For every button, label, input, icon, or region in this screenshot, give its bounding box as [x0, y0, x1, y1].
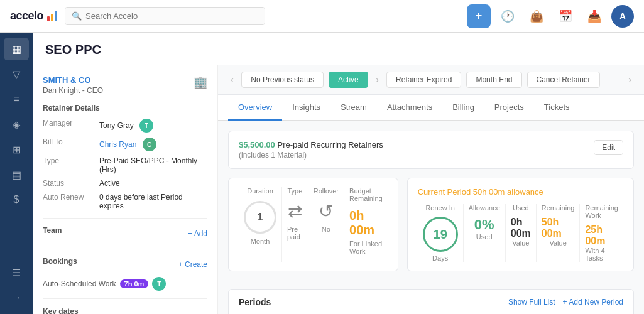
remaining-work-label: With 4 Tasks — [585, 247, 618, 262]
tab-insights[interactable]: Insights — [282, 95, 330, 121]
renew-in-header: Renew In — [425, 204, 454, 212]
logo-bars — [47, 11, 57, 21]
add-button[interactable]: + — [467, 4, 491, 28]
company-header: SMITH & CO Dan Knight - CEO 🏢 — [43, 75, 207, 95]
detail-status: Status Active — [43, 179, 207, 188]
active-status[interactable]: Active — [329, 72, 368, 88]
sidebar-item-list[interactable]: ≡ — [4, 88, 29, 111]
page-header: SEO PPC — [33, 33, 644, 65]
periods-header: Periods Show Full List + Add New Period — [229, 290, 633, 314]
bag-icon: 👜 — [530, 9, 543, 23]
status-next-small[interactable]: › — [373, 74, 381, 85]
tab-projects[interactable]: Projects — [484, 95, 534, 121]
tab-overview[interactable]: Overview — [228, 95, 282, 121]
used-header: Used — [513, 204, 529, 212]
sidebar-item-billing[interactable]: $ — [4, 188, 29, 211]
inbox-button[interactable]: 📥 — [582, 4, 606, 28]
status-value: Active — [99, 179, 207, 188]
retainer-summary: $5,500.00 Pre-paid Recurring Retainers (… — [228, 131, 634, 169]
inbox-icon: 📥 — [587, 9, 601, 23]
periods-section: Periods Show Full List + Add New Period … — [228, 289, 634, 314]
metric-duration: Duration 1 Month — [239, 187, 282, 262]
month-end-status[interactable]: Month End — [466, 72, 521, 88]
retainer-details-title: Retainer Details — [43, 104, 207, 112]
sidebar-item-reports[interactable]: ☰ — [4, 261, 29, 284]
key-dates-section: Key dates 23 CREATED — [43, 306, 207, 314]
bookings-section: Bookings + Create Auto-Scheduled Work 7h… — [43, 257, 207, 291]
sidebar-item-tags[interactable]: ◈ — [4, 113, 29, 136]
remaining-label: Value — [549, 239, 566, 247]
tab-tickets[interactable]: Tickets — [534, 95, 580, 121]
bag-button[interactable]: 👜 — [525, 4, 548, 28]
create-booking-link[interactable]: + Create — [178, 260, 207, 269]
remaining-col: Remaining 50h 00m Value — [537, 204, 581, 262]
duration-circle: 1 — [244, 201, 276, 234]
add-team-link[interactable]: + Add — [188, 229, 207, 238]
allowance-header: Allowance — [469, 204, 500, 212]
sidebar-item-filter[interactable]: ▽ — [4, 63, 29, 85]
status-prev[interactable]: ‹ — [228, 74, 236, 85]
sidebar-item-calendar[interactable]: ⊞ — [4, 138, 29, 161]
auto-scheduled-row: Auto-Scheduled Work 7h 0m T — [43, 277, 207, 291]
search-box[interactable]: 🔍 — [65, 7, 265, 25]
sidebar-item-dashboard[interactable]: ▦ — [4, 38, 29, 60]
left-sidebar: ▦ ▽ ≡ ◈ ⊞ ▤ $ ☰ → — [0, 33, 33, 314]
used-value: 0h 00m — [511, 217, 531, 239]
company-name[interactable]: SMITH & CO — [43, 75, 103, 85]
rollover-icon: ↺ — [319, 201, 333, 222]
calendar-icon: 📅 — [559, 9, 572, 23]
retainer-amount: $5,500.00 — [239, 140, 275, 149]
prepaid-icon: ⇄ — [288, 201, 302, 222]
team-section: Team + Add — [43, 226, 207, 241]
user-avatar[interactable]: A — [611, 5, 634, 28]
search-input[interactable] — [85, 11, 258, 21]
type-label: Type — [43, 156, 99, 174]
status-label: Status — [43, 179, 99, 188]
clock-button[interactable]: 🕐 — [496, 4, 520, 28]
retainer-sub: (includes 1 Material) — [239, 151, 383, 160]
used-label: Value — [512, 239, 529, 247]
type-header: Type — [287, 187, 302, 195]
tab-billing[interactable]: Billing — [442, 95, 484, 121]
renew-circle: 19 — [423, 217, 458, 252]
metric-type: Type ⇄ Pre-paid — [282, 187, 308, 262]
status-next[interactable]: › — [626, 74, 634, 85]
remaining-work-col: Remaining Work 25h 00m With 4 Tasks — [580, 204, 623, 262]
allowance-label: Used — [476, 233, 493, 241]
plus-icon: + — [476, 9, 483, 23]
sidebar-item-forward[interactable]: → — [4, 286, 29, 309]
bookings-label: Bookings — [43, 257, 77, 266]
duration-label: Month — [251, 237, 270, 245]
tab-stream[interactable]: Stream — [330, 95, 377, 121]
detail-bill-to: Bill To Chris Ryan C — [43, 138, 207, 151]
add-new-period[interactable]: + Add New Period — [563, 298, 623, 306]
retainer-expired-status[interactable]: Retainer Expired — [386, 72, 461, 88]
renew-in-col: Renew In 19 Days — [418, 204, 464, 262]
metrics-row: Duration 1 Month Type ⇄ Pre-paid — [228, 178, 634, 280]
edit-button[interactable]: Edit — [594, 140, 623, 155]
no-previous-status[interactable]: No Previous status — [241, 72, 324, 88]
detail-auto-renew: Auto Renew 0 days before last Period exp… — [43, 193, 207, 210]
type-value: Pre-Paid SEO/PPC - Monthly (Hrs) — [99, 156, 207, 174]
left-panel: SMITH & CO Dan Knight - CEO 🏢 Retainer D… — [33, 65, 218, 314]
tabs: Overview Insights Stream Attachments Bil… — [218, 95, 644, 121]
manager-value: Tony Gray T — [99, 119, 207, 133]
nav-icons: + 🕐 👜 📅 📥 A — [467, 4, 634, 28]
renew-label: Days — [432, 254, 448, 262]
sidebar-item-screen[interactable]: ▤ — [4, 163, 29, 186]
overview-content: $5,500.00 Pre-paid Recurring Retainers (… — [218, 121, 644, 314]
budget-header: Budget Remaining — [349, 187, 383, 202]
team-avatar: T — [152, 277, 166, 291]
duration-metrics: Duration 1 Month Type ⇄ Pre-paid — [228, 178, 398, 271]
cancel-retainer-status[interactable]: Cancel Retainer — [527, 72, 600, 88]
top-nav: accelo 🔍 + 🕐 👜 📅 📥 A — [0, 0, 644, 33]
main-area: SEO PPC SMITH & CO Dan Knight - CEO 🏢 Re… — [33, 33, 644, 314]
budget-label: For Linked Work — [349, 240, 383, 255]
bill-to-label: Bill To — [43, 138, 99, 151]
team-label: Team — [43, 226, 62, 235]
tab-attachments[interactable]: Attachments — [377, 95, 442, 121]
show-full-list[interactable]: Show Full List — [508, 298, 555, 306]
calendar-button[interactable]: 📅 — [554, 4, 577, 28]
allowance-value: 0% — [474, 217, 494, 233]
status-bar: ‹ No Previous status Active › Retainer E… — [218, 65, 644, 95]
